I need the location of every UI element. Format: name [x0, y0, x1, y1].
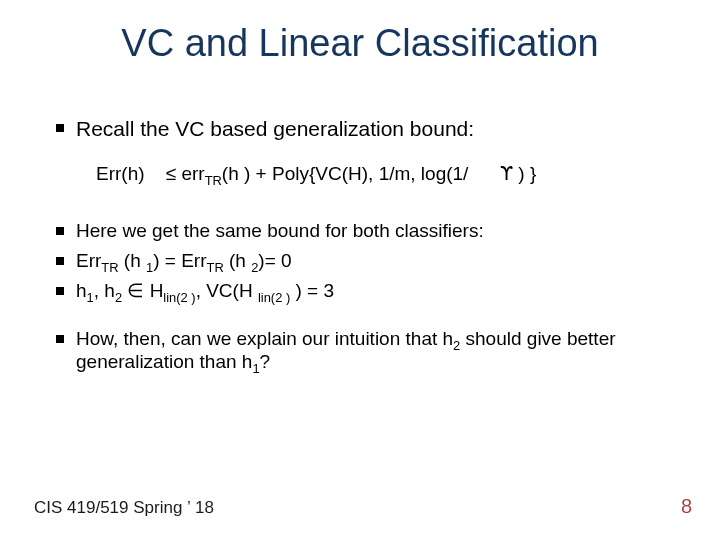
vc-bound-formula: Err(h) ≤ errTR(h ) + Poly{VC(H), 1/m, lo…: [96, 162, 680, 185]
bullet-icon: [56, 287, 64, 295]
spacer: [56, 309, 680, 327]
bullet-icon: [56, 257, 64, 265]
slide-title: VC and Linear Classification: [0, 0, 720, 65]
bullet-text: Recall the VC based generalization bound…: [76, 116, 474, 142]
footer-course: CIS 419/519 Spring ’ 18: [34, 498, 214, 518]
bullet-icon: [56, 335, 64, 343]
formula-lhs: Err(h): [96, 163, 145, 184]
bullet-recall: Recall the VC based generalization bound…: [56, 116, 680, 142]
formula-tail: ϒ ) }: [500, 163, 536, 184]
formula-rhs: ≤ errTR(h ) + Poly{VC(H), 1/m, log(1/: [166, 163, 469, 184]
bullet-vc-h: h1, h2 ∈ Hlin(2 ), VC(H lin(2 ) ) = 3: [56, 279, 680, 303]
slide: VC and Linear Classification Recall the …: [0, 0, 720, 540]
slide-body: Recall the VC based generalization bound…: [56, 116, 680, 380]
bullet-err-tr: ErrTR (h 1) = ErrTR (h 2)= 0: [56, 249, 680, 273]
slide-number: 8: [681, 495, 692, 518]
bullet-text: h1, h2 ∈ Hlin(2 ), VC(H lin(2 ) ) = 3: [76, 279, 334, 303]
bullet-text: ErrTR (h 1) = ErrTR (h 2)= 0: [76, 249, 292, 273]
bullet-same-bound: Here we get the same bound for both clas…: [56, 219, 680, 243]
bullet-intuition: How, then, can we explain our intuition …: [56, 327, 680, 375]
bullet-group-2: Here we get the same bound for both clas…: [56, 219, 680, 374]
bullet-icon: [56, 227, 64, 235]
bullet-icon: [56, 124, 64, 132]
bullet-text: How, then, can we explain our intuition …: [76, 327, 680, 375]
bullet-text: Here we get the same bound for both clas…: [76, 219, 484, 243]
